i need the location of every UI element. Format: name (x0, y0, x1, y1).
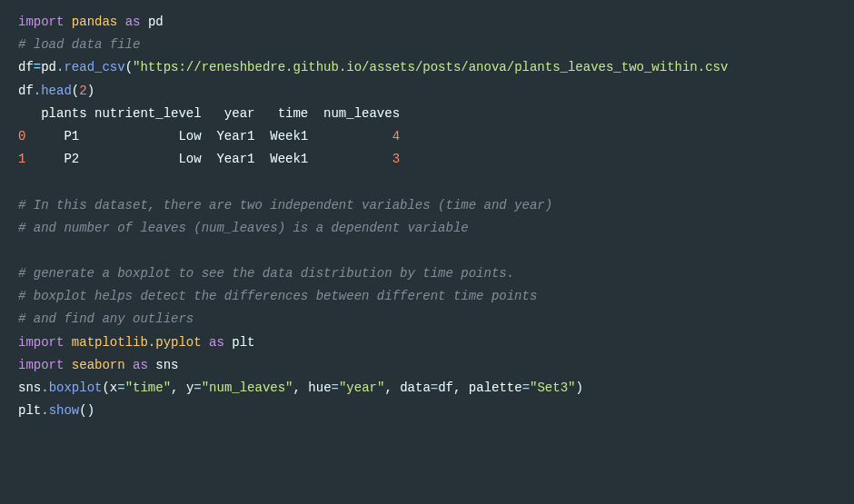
row-0-body: P1 Low Year1 Week1 (25, 129, 392, 143)
str-year: "year" (339, 380, 384, 395)
str-time: "time" (125, 380, 171, 395)
lparen4: ( (79, 403, 86, 418)
line-import-sns: import seaborn as sns (18, 358, 178, 372)
eq-pal: = (522, 380, 530, 395)
dot3: . (41, 380, 48, 395)
keyword-import-3: import (18, 358, 64, 372)
rparen3: ) (575, 380, 582, 395)
kwarg-palette: palette (469, 380, 522, 395)
str-set3: "Set3" (530, 380, 575, 395)
var-df2: df (18, 84, 34, 98)
row-1-body: P2 Low Year1 Week1 (25, 152, 392, 166)
rparen2: ) (87, 84, 94, 98)
fn-readcsv: read_csv (64, 60, 124, 74)
row-1-num: 3 (392, 152, 400, 166)
alias-plt: plt (232, 335, 254, 350)
op-eq: = (34, 60, 41, 74)
line-show: plt.show() (18, 403, 94, 418)
lparen2: ( (72, 84, 79, 98)
keyword-as-3: as (133, 358, 148, 372)
eq-x: = (117, 380, 124, 395)
alias-pd: pd (148, 15, 164, 29)
comment-boxplot-3: # and find any outliers (18, 311, 194, 326)
lparen: ( (125, 60, 133, 74)
fn-boxplot: boxplot (49, 380, 103, 395)
eq-y: = (194, 380, 201, 395)
table-row-1: 1 P2 Low Year1 Week1 3 (18, 152, 400, 166)
keyword-import-2: import (18, 335, 64, 350)
num-2: 2 (79, 84, 86, 98)
rparen4: ) (87, 403, 94, 418)
comma1: , (171, 380, 186, 395)
comment-load: # load data file (18, 37, 140, 52)
comment-boxplot-1: # generate a boxplot to see the data dis… (18, 266, 514, 281)
comma4: , (453, 380, 469, 395)
comment-dataset-2: # and number of leaves (num_leaves) is a… (18, 221, 469, 235)
fn-show: show (49, 403, 80, 418)
obj-pd: pd (41, 60, 56, 74)
str-numleaves: "num_leaves" (202, 380, 293, 395)
var-df: df (18, 60, 34, 74)
lparen3: ( (102, 380, 109, 395)
line-head: df.head(2) (18, 84, 94, 98)
comma2: , (293, 380, 309, 395)
line-boxplot: sns.boxplot(x="time", y="num_leaves", hu… (18, 380, 583, 395)
module-pandas: pandas (72, 15, 117, 29)
module-seaborn: seaborn (72, 358, 125, 372)
comment-boxplot-2: # boxplot helps detect the differences b… (18, 289, 537, 303)
dot4: . (41, 403, 48, 418)
module-mpl: matplotlib.pyplot (72, 335, 202, 350)
keyword-import: import (18, 15, 64, 29)
obj-sns: sns (18, 380, 41, 395)
dot2: . (34, 84, 41, 98)
kwarg-hue: hue (308, 380, 331, 395)
alias-sns: sns (155, 358, 178, 372)
comma3: , (384, 380, 400, 395)
obj-plt: plt (18, 403, 41, 418)
table-row-0: 0 P1 Low Year1 Week1 4 (18, 129, 400, 143)
code-block: import pandas as pd # load data file df=… (0, 0, 854, 433)
row-0-num: 4 (392, 129, 400, 143)
str-url: "https://reneshbedre.github.io/assets/po… (133, 60, 728, 74)
kwarg-x: x (110, 380, 117, 395)
line-1: import pandas as pd (18, 15, 164, 29)
table-header: plants nutrient_level year time num_leav… (18, 106, 400, 121)
eq-data: = (431, 380, 438, 395)
keyword-as: as (125, 15, 141, 29)
line-import-mpl: import matplotlib.pyplot as plt (18, 335, 255, 350)
comment-dataset-1: # In this dataset, there are two indepen… (18, 198, 552, 212)
eq-hue: = (332, 380, 339, 395)
fn-head: head (41, 84, 72, 98)
keyword-as-2: as (209, 335, 224, 350)
line-readcsv: df=pd.read_csv("https://reneshbedre.gith… (18, 60, 728, 74)
var-df3: df (438, 380, 453, 395)
kwarg-data: data (400, 380, 431, 395)
